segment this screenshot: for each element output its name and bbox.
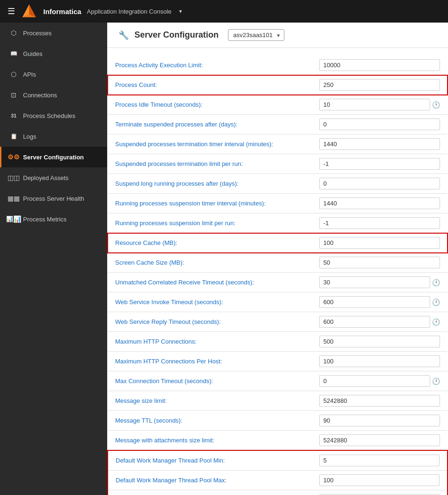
table-row: Maximum HTTP Connections: [108, 332, 448, 352]
config-input[interactable] [319, 276, 430, 288]
menu-icon[interactable]: ☰ [8, 6, 15, 16]
server-health-icon: ▦ [9, 194, 18, 203]
sidebar-item-guides[interactable]: Guides [0, 43, 107, 64]
config-label: Process Activity Execution Limit: [108, 55, 312, 75]
config-value-cell: 🕐 [312, 95, 448, 115]
config-value-cell [312, 233, 448, 253]
config-label: Message TTL (seconds): [108, 411, 312, 431]
app-chevron[interactable]: ▾ [179, 8, 182, 15]
config-input[interactable] [319, 197, 440, 209]
config-label: Running processes suspension limit per r… [108, 213, 312, 233]
sidebar-item-process-schedules[interactable]: Process Schedules [0, 105, 107, 126]
sidebar-item-label: Server Configuration [23, 154, 84, 161]
config-input[interactable] [319, 138, 440, 150]
table-row: Message with attachments size limit: [108, 431, 448, 451]
config-input[interactable] [319, 316, 430, 328]
sidebar-item-deployed-assets[interactable]: ◫ Deployed Assets [0, 167, 107, 188]
content-area: 🔧 Server Configuration asv23saas101 Proc… [107, 23, 448, 495]
config-input[interactable] [319, 178, 440, 189]
config-label: Web Service Reply Timeout (seconds): [108, 312, 312, 332]
sidebar-item-label: Processes [23, 30, 52, 37]
config-input[interactable] [319, 158, 440, 170]
input-clock-wrapper: 🕐 [319, 375, 440, 387]
deployed-icon: ◫ [9, 173, 18, 182]
config-value-cell: 🕐 [312, 371, 448, 391]
connections-icon [9, 90, 18, 100]
config-value-cell [312, 253, 448, 273]
sidebar-item-label: Process Schedules [23, 112, 75, 119]
table-row: Running processes suspension limit per r… [108, 213, 448, 233]
sidebar-item-label: APIs [23, 71, 36, 78]
sidebar-item-label: Connections [23, 92, 57, 99]
sidebar-item-processes[interactable]: Processes [0, 23, 107, 43]
sidebar-item-process-server-health[interactable]: ▦ Process Server Health [0, 188, 107, 209]
table-row: Suspended processes termination limit pe… [108, 154, 448, 174]
config-input[interactable] [319, 355, 440, 367]
config-input[interactable] [319, 79, 440, 91]
config-value-cell: 🕐 [312, 312, 448, 332]
config-value-cell [312, 431, 448, 451]
logo-svg [22, 4, 37, 19]
main-layout: Processes Guides APIs Connections Proces… [0, 23, 448, 495]
config-input[interactable] [319, 474, 440, 486]
config-value-cell [312, 490, 448, 495]
config-input[interactable] [319, 455, 440, 466]
server-select-wrapper[interactable]: asv23saas101 [224, 29, 284, 41]
config-input[interactable] [319, 395, 440, 407]
logo [21, 3, 38, 20]
config-label: Running processes suspension timer inter… [108, 194, 312, 213]
sidebar-item-process-metrics[interactable]: 📊 Process Metrics [0, 209, 107, 229]
config-input[interactable] [319, 375, 430, 387]
config-label: Terminate suspended processes after (day… [108, 115, 312, 134]
apis-icon [9, 70, 18, 79]
metrics-icon: 📊 [9, 214, 18, 224]
config-input[interactable] [319, 296, 430, 308]
config-table: Process Activity Execution Limit:Process… [107, 55, 448, 495]
sidebar-item-logs[interactable]: Logs [0, 126, 107, 147]
config-value-cell [312, 352, 448, 371]
config-label: Suspended processes termination timer in… [108, 134, 312, 154]
config-label: Process Idle Timeout (seconds): [108, 95, 312, 115]
config-value-cell [312, 450, 448, 471]
config-value-cell [312, 213, 448, 233]
config-value-cell: 🕐 [312, 273, 448, 292]
table-row: Screen Cache Size (MB): [108, 253, 448, 273]
sidebar-item-server-configuration[interactable]: ⚙ Server Configuration [0, 147, 107, 167]
config-label: Process Count: [108, 75, 312, 95]
config-input[interactable] [319, 415, 440, 426]
sidebar-item-label: Process Server Health [23, 195, 84, 202]
page-header: 🔧 Server Configuration asv23saas101 [107, 23, 448, 48]
config-value-cell [312, 194, 448, 213]
config-input[interactable] [319, 237, 440, 249]
config-label: Suspend long running processes after (da… [108, 174, 312, 194]
config-value-cell [312, 174, 448, 194]
config-input[interactable] [319, 59, 440, 71]
config-value-cell [312, 55, 448, 75]
sidebar-item-connections[interactable]: Connections [0, 85, 107, 105]
table-row: Max Connection Timeout (seconds):🕐 [108, 371, 448, 391]
server-select[interactable]: asv23saas101 [228, 29, 284, 41]
input-clock-wrapper: 🕐 [319, 316, 440, 328]
config-input[interactable] [319, 217, 440, 229]
page-title: Server Configuration [134, 30, 219, 40]
config-label: System Work Manager Thread Pool Min: [108, 490, 312, 495]
config-input[interactable] [319, 118, 440, 130]
config-input[interactable] [319, 336, 440, 347]
table-row: Running processes suspension timer inter… [108, 194, 448, 213]
server-config-icon: ⚙ [9, 152, 18, 162]
input-clock-wrapper: 🕐 [319, 99, 440, 110]
config-value-cell [312, 411, 448, 431]
config-input[interactable] [319, 434, 440, 446]
sidebar-item-label: Guides [23, 50, 42, 57]
clock-icon: 🕐 [432, 318, 440, 326]
wrench-icon: 🔧 [118, 30, 129, 40]
table-row: Suspend long running processes after (da… [108, 174, 448, 194]
app-name: Application Integration Console [87, 8, 172, 15]
config-input[interactable] [319, 99, 430, 110]
config-input[interactable] [319, 257, 440, 268]
table-row: Web Service Invoke Timeout (seconds):🕐 [108, 292, 448, 312]
sidebar-item-apis[interactable]: APIs [0, 64, 107, 85]
brand-name: Informatica [43, 8, 81, 16]
table-row: Web Service Reply Timeout (seconds):🕐 [108, 312, 448, 332]
config-value-cell [312, 134, 448, 154]
